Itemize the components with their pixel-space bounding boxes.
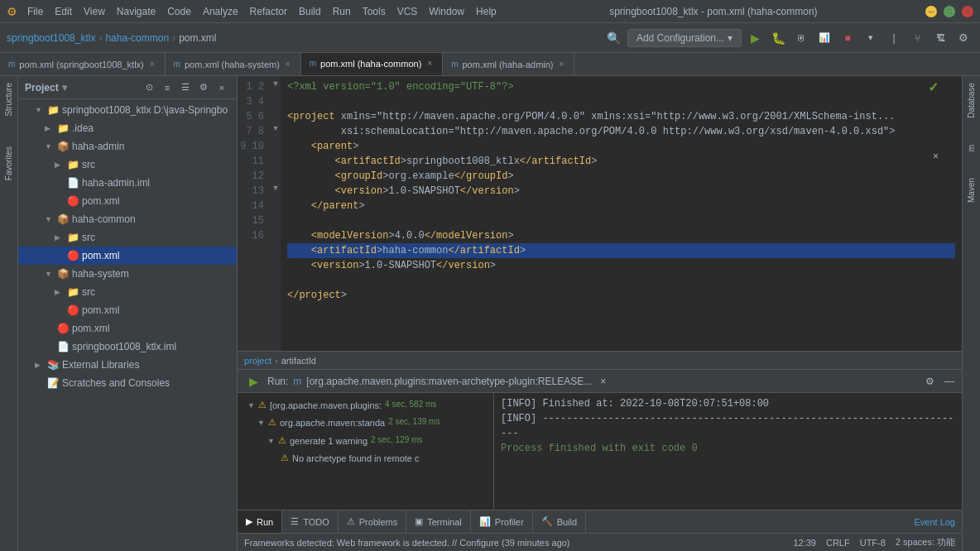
menu-code[interactable]: Code	[162, 4, 196, 19]
menu-analyze[interactable]: Analyze	[198, 4, 243, 19]
tree-item-haha-system-pom[interactable]: 🔴 pom.xml	[18, 301, 237, 319]
project-tool-options[interactable]: ☰	[177, 79, 194, 96]
tree-item-haha-system-src[interactable]: ▶ 📁 src	[18, 283, 237, 301]
status-line-sep[interactable]: CRLF	[826, 538, 850, 548]
run-item-3[interactable]: ⚠ No archetype found in remote c	[241, 451, 490, 467]
tab-pom-haha-common[interactable]: m pom.xml (haha-common) ×	[301, 53, 443, 75]
tree-item-haha-admin-module[interactable]: ▼ 📦 haha-admin	[18, 137, 237, 156]
tree-icon-hs-src: 📁	[67, 286, 79, 298]
menu-edit[interactable]: Edit	[50, 4, 77, 19]
tree-item-root[interactable]: ▼ 📁 springboot1008_ktlx D:\java-Springbo	[18, 101, 237, 119]
breadcrumb-project[interactable]: springboot1008_ktlx	[7, 32, 95, 44]
tree-item-scratches[interactable]: 📝 Scratches and Consoles	[18, 374, 237, 392]
tree-item-haha-common-pom[interactable]: 🔴 pom.xml	[18, 247, 237, 265]
editor-close-icon[interactable]: ×	[933, 151, 939, 162]
run-item-1[interactable]: ▼ ⚠ org.apache.maven:standa 2 sec, 139 m…	[241, 415, 490, 431]
run-button[interactable]: ▶	[745, 28, 765, 48]
tab-close-0[interactable]: ×	[148, 59, 156, 69]
fold-marker-5[interactable]: ▼	[271, 76, 281, 91]
menu-window[interactable]: Window	[424, 4, 469, 19]
code-content[interactable]: <?xml version="1.0" encoding="UTF-8"?> <…	[281, 76, 962, 351]
tree-item-idea[interactable]: ▶ 📁 .idea	[18, 119, 237, 137]
status-encoding[interactable]: UTF-8	[860, 538, 886, 548]
bottom-close-panel-btn[interactable]: —	[940, 372, 958, 390]
tab-todo[interactable]: ☰ TODO	[282, 510, 339, 533]
tab-build[interactable]: 🔨 Build	[533, 510, 586, 533]
run-play-button[interactable]: ▶	[244, 372, 262, 390]
run-item-root[interactable]: ▼ ⚠ [org.apache.maven.plugins: 4 sec, 58…	[241, 398, 490, 414]
add-configuration-button[interactable]: Add Configuration... ▾	[627, 29, 742, 47]
bottom-tab-bar: ▶ Run: m [org.apache.maven.plugins:maven…	[238, 370, 962, 393]
breadcrumb-module[interactable]: haha-common	[105, 32, 169, 44]
structure-panel-toggle[interactable]: Structure	[2, 76, 15, 123]
menu-run[interactable]: Run	[328, 4, 356, 19]
status-time[interactable]: 12:39	[793, 538, 816, 548]
tree-item-root-pom[interactable]: 🔴 pom.xml	[18, 319, 237, 338]
breadcrumb-artifact-item[interactable]: artifactId	[281, 356, 316, 366]
menu-view[interactable]: View	[79, 4, 110, 19]
close-button[interactable]: ×	[962, 6, 973, 17]
project-structure-button[interactable]: 🏗	[930, 28, 950, 48]
tab-run[interactable]: ▶ Run	[238, 510, 282, 533]
tree-item-haha-admin-pom[interactable]: 🔴 pom.xml	[18, 192, 237, 210]
tab-close-3[interactable]: ×	[558, 59, 566, 69]
run-item-2[interactable]: ▼ ⚠ generate 1 warning 2 sec, 129 ms	[241, 434, 490, 449]
fold-marker-3[interactable]: ▼	[271, 121, 281, 136]
project-dropdown-icon[interactable]: ▾	[62, 82, 67, 93]
tree-arrow-haha-admin: ▼	[45, 142, 55, 151]
breadcrumb-file[interactable]: pom.xml	[179, 32, 216, 44]
project-tool-settings[interactable]: ⚙	[195, 79, 212, 96]
tree-item-root-iml[interactable]: 📄 springboot1008_ktlx.iml	[18, 338, 237, 356]
debug-button[interactable]: 🐛	[768, 28, 788, 48]
breadcrumb-project-item[interactable]: project	[244, 356, 271, 366]
run-tab-close[interactable]: ×	[600, 376, 606, 387]
right-tool-maven[interactable]: Maven	[967, 175, 976, 206]
menu-help[interactable]: Help	[471, 4, 502, 19]
tab-profiler[interactable]: 📊 Profiler	[471, 510, 533, 533]
run-output-panel: [INFO] Finished at: 2022-10-08T20:07:51+…	[494, 393, 962, 510]
settings-button[interactable]: ⚙	[954, 28, 973, 48]
tab-problems[interactable]: ⚠ Problems	[339, 510, 406, 533]
bottom-settings-btn[interactable]: ⚙	[920, 372, 939, 390]
event-log-link[interactable]: Event Log	[914, 517, 955, 527]
tree-item-haha-common-module[interactable]: ▼ 📦 haha-common	[18, 210, 237, 228]
tab-todo-label: TODO	[303, 517, 329, 527]
tab-close-1[interactable]: ×	[284, 59, 292, 69]
tab-terminal-label: Terminal	[427, 517, 462, 527]
project-tool-locate[interactable]: ⊙	[141, 79, 157, 96]
toolbar-more-button[interactable]: ▾	[861, 28, 881, 48]
window-title: springboot1008_ktlx - pom.xml (haha-comm…	[502, 6, 925, 17]
tab-close-2[interactable]: ×	[425, 58, 434, 69]
menu-build[interactable]: Build	[294, 4, 326, 19]
project-tool-close[interactable]: ×	[214, 79, 230, 96]
maximize-button[interactable]: □	[944, 6, 955, 17]
tree-item-haha-admin-src[interactable]: ▶ 📁 src	[18, 156, 237, 174]
status-indent[interactable]: 2 spaces: 功能	[896, 536, 955, 549]
menu-navigate[interactable]: Navigate	[112, 4, 161, 19]
run-with-coverage-button[interactable]: ⛨	[791, 28, 811, 48]
search-everywhere-icon[interactable]: 🔍	[604, 28, 624, 48]
project-tool-collapse[interactable]: ≡	[159, 79, 175, 96]
tree-item-external-libs[interactable]: ▶ 📚 External Libraries	[18, 356, 237, 374]
menu-tools[interactable]: Tools	[358, 4, 391, 19]
menu-vcs[interactable]: VCS	[392, 4, 423, 19]
tab-pom-haha-admin[interactable]: m pom.xml (haha-admin) ×	[443, 53, 574, 75]
fold-marker-5b[interactable]: ▼	[271, 180, 281, 195]
favorites-panel-toggle[interactable]: Favorites	[2, 140, 15, 187]
tree-item-haha-admin-iml[interactable]: 📄 haha-admin.iml	[18, 174, 237, 192]
menu-file[interactable]: File	[22, 4, 48, 19]
tab-terminal[interactable]: ▣ Terminal	[406, 510, 471, 533]
minimize-button[interactable]: ─	[925, 6, 937, 17]
menu-refactor[interactable]: Refactor	[245, 4, 292, 19]
stop-button[interactable]: ■	[838, 28, 858, 48]
tree-item-haha-common-src[interactable]: ▶ 📁 src	[18, 228, 237, 247]
right-tool-database[interactable]: Database	[967, 79, 976, 122]
tree-item-haha-system-module[interactable]: ▼ 📦 haha-system	[18, 265, 237, 283]
tab-pom-haha-system[interactable]: m pom.xml (haha-system) ×	[166, 53, 301, 75]
right-tool-m[interactable]: m	[967, 141, 976, 155]
code-editor[interactable]: 1 2 3 4 5 6 7 8 9 10 11 12 13 14 15 16 ▼…	[238, 76, 962, 351]
profiler-button[interactable]: 📊	[814, 28, 834, 48]
tab-pom-springboot[interactable]: m pom.xml (springboot1008_ktlx) ×	[0, 53, 166, 75]
vcs-button[interactable]: ⑂	[907, 28, 927, 48]
run-xml-icon: m	[293, 376, 301, 387]
